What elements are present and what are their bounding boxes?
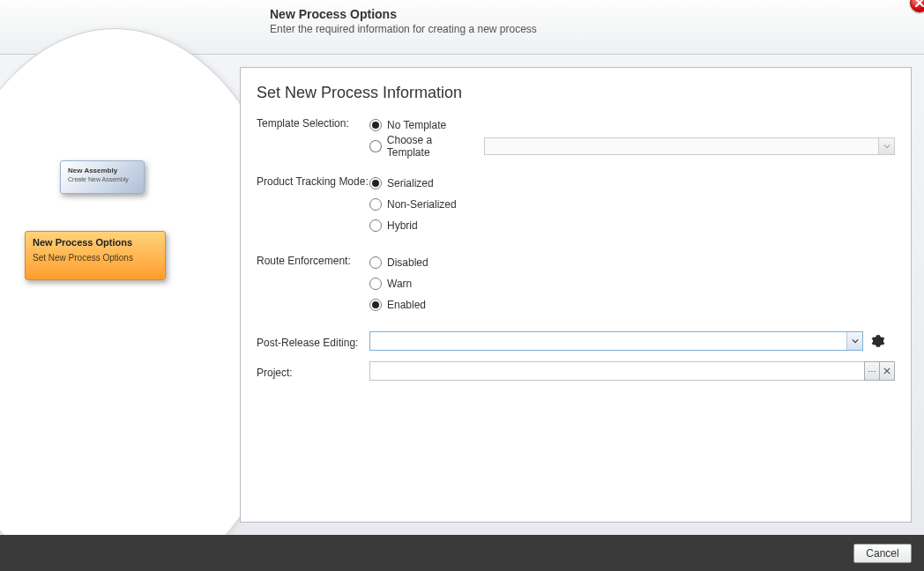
form-heading: Set New Process Information [257,84,895,102]
radio-icon [369,177,382,189]
label-project: Project: [257,364,369,379]
step-card-title: New Process Options [33,237,158,248]
gear-icon [871,334,885,348]
radio-label: Warn [387,278,412,290]
chevron-down-icon[interactable] [846,332,862,350]
project-textbox[interactable] [369,361,865,381]
wizard-title: New Process Options [270,7,924,21]
step-card-subtitle: Create New Assembly [68,176,137,182]
close-icon [883,367,890,374]
radio-label: Non-Serialized [387,198,457,211]
radio-icon [369,198,382,211]
project-browse-button[interactable]: ⋯ [864,361,880,381]
label-product-tracking-mode: Product Tracking Mode: [257,173,369,188]
project-clear-button[interactable] [879,361,895,381]
radio-icon [369,278,382,290]
radio-serialized[interactable]: Serialized [369,173,895,194]
radio-icon [369,219,382,232]
radio-non-serialized[interactable]: Non-Serialized [369,194,895,215]
close-icon [915,0,924,7]
label-post-release-editing: Post-Release Editing: [257,334,369,349]
radio-icon [369,256,382,269]
radio-label: Hybrid [387,219,418,232]
dialog-footer: Cancel [0,535,924,571]
label-template-selection: Template Selection: [257,115,369,130]
radio-label: Disabled [387,256,428,269]
radio-route-enabled[interactable]: Enabled [369,294,895,315]
radio-route-disabled[interactable]: Disabled [369,252,895,273]
cancel-button[interactable]: Cancel [853,544,912,563]
step-card-subtitle: Set New Process Options [33,253,158,263]
radio-label: Serialized [387,177,434,189]
form-panel: Set New Process Information Template Sel… [240,67,912,523]
cancel-label: Cancel [866,547,898,560]
post-release-editing-combobox[interactable] [369,331,863,351]
ellipsis-icon: ⋯ [868,367,876,376]
label-route-enforcement: Route Enforcement: [257,252,369,267]
radio-icon [369,299,382,311]
step-card-new-assembly[interactable]: New Assembly Create New Assembly [60,160,145,194]
radio-no-template[interactable]: No Template [369,115,895,136]
radio-label: Choose a Template [387,134,477,159]
radio-route-warn[interactable]: Warn [369,273,895,294]
radio-choose-template[interactable]: Choose a Template [369,136,895,157]
radio-label: No Template [387,119,446,131]
post-release-settings-button[interactable] [870,333,886,349]
step-card-title: New Assembly [68,167,137,174]
radio-hybrid[interactable]: Hybrid [369,215,895,236]
chevron-down-icon [878,138,894,154]
radio-label: Enabled [387,299,426,311]
step-card-new-process-options[interactable]: New Process Options Set New Process Opti… [25,231,166,280]
wizard-sidebar: New Assembly Create New Assembly New Pro… [0,55,240,535]
radio-icon [369,119,382,131]
radio-icon [369,140,382,152]
wizard-subtitle: Enter the required information for creat… [270,23,924,35]
template-combobox [484,137,895,155]
